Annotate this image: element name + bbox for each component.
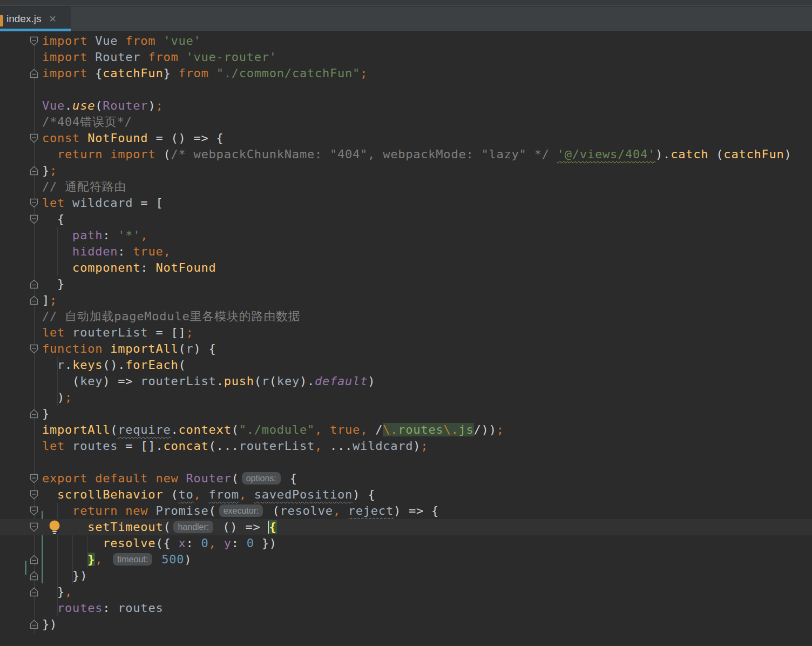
js-file-type-icon bbox=[0, 15, 3, 26]
code-text: }) bbox=[42, 568, 87, 584]
code-line: ); bbox=[0, 389, 812, 406]
gutter-cell bbox=[0, 600, 42, 616]
fold-marker-up[interactable] bbox=[30, 279, 38, 289]
code-token bbox=[201, 488, 209, 501]
code-line: Vue.use(Router); bbox=[0, 98, 812, 114]
fold-marker-up[interactable] bbox=[30, 166, 38, 176]
code-token: Router bbox=[103, 99, 148, 112]
code-token: ) bbox=[42, 391, 65, 404]
fold-marker-down[interactable] bbox=[30, 474, 38, 483]
parameter-hint: timeout: bbox=[113, 553, 152, 566]
code-line: return import (/* webpackChunkName: "404… bbox=[0, 146, 812, 163]
gutter-cell bbox=[0, 163, 42, 179]
code-token: ( bbox=[232, 472, 239, 485]
code-text: }, bbox=[42, 584, 72, 600]
ide-window: index.js ✕ import Vue from 'vue'import R… bbox=[0, 0, 812, 646]
code-token: routerList bbox=[72, 326, 148, 339]
code-token bbox=[42, 358, 57, 372]
gutter-cell bbox=[0, 616, 42, 632]
code-token: ) => { bbox=[394, 504, 439, 517]
code-text: ); bbox=[42, 389, 72, 406]
fold-marker-up[interactable] bbox=[30, 295, 38, 305]
code-token: }) bbox=[42, 617, 57, 631]
code-token: 'vue' bbox=[163, 34, 201, 48]
code-token: to bbox=[178, 488, 193, 501]
fold-marker-down[interactable] bbox=[30, 344, 38, 354]
code-token: , bbox=[95, 553, 103, 566]
fold-marker-up[interactable] bbox=[30, 587, 38, 597]
code-token: } bbox=[42, 585, 65, 598]
code-token bbox=[42, 147, 57, 161]
code-token bbox=[154, 553, 161, 566]
code-token: 500 bbox=[161, 553, 184, 566]
code-token: use bbox=[72, 99, 95, 112]
code-token: / bbox=[368, 423, 383, 436]
fold-marker-down[interactable] bbox=[30, 36, 38, 46]
code-line: } bbox=[0, 276, 812, 292]
code-text: } bbox=[42, 406, 50, 422]
code-token: ( bbox=[163, 488, 178, 501]
code-token: 'vue-router' bbox=[186, 50, 277, 64]
fold-marker-up[interactable] bbox=[30, 69, 38, 78]
code-token: wildcard bbox=[353, 439, 413, 453]
code-line: import {catchFun} from "./common/catchFu… bbox=[0, 65, 812, 82]
code-line bbox=[0, 82, 812, 98]
code-token bbox=[42, 228, 72, 242]
code-line: routes: routes bbox=[0, 600, 812, 616]
code-token: // 自动加载pageModule里各模块的路由数据 bbox=[42, 309, 300, 323]
code-text: import Vue from 'vue' bbox=[42, 33, 201, 49]
gutter-cell bbox=[0, 276, 42, 292]
parameter-hint: executor: bbox=[219, 504, 263, 517]
code-text: scrollBehavior (to, from, savedPosition)… bbox=[42, 487, 375, 503]
fold-marker-up[interactable] bbox=[30, 620, 38, 629]
fold-marker-down[interactable] bbox=[30, 506, 38, 516]
tab-close-icon[interactable]: ✕ bbox=[49, 14, 56, 25]
code-token: , bbox=[209, 536, 216, 550]
code-text: } bbox=[42, 276, 65, 292]
code-token: } bbox=[163, 66, 178, 80]
code-token: ( bbox=[42, 374, 80, 388]
code-token: { bbox=[42, 212, 65, 226]
code-line: export default new Router(options: { bbox=[0, 470, 812, 487]
gutter-cell bbox=[0, 503, 42, 519]
gutter-cell bbox=[0, 487, 42, 503]
fold-marker-up[interactable] bbox=[30, 571, 38, 581]
fold-marker-down[interactable] bbox=[30, 490, 38, 500]
code-line: }, bbox=[0, 584, 812, 600]
code-token: ; bbox=[65, 391, 72, 404]
code-token: = []. bbox=[118, 439, 163, 453]
code-token: catchFun bbox=[723, 147, 784, 161]
code-token: Vue bbox=[42, 99, 65, 112]
code-line: // 自动加载pageModule里各模块的路由数据 bbox=[0, 308, 812, 325]
gutter-cell bbox=[0, 325, 42, 341]
code-token: \. bbox=[383, 423, 398, 436]
code-text: return new Promise(executor: (resolve, r… bbox=[42, 503, 439, 519]
intention-bulb-icon[interactable] bbox=[48, 520, 62, 537]
code-token bbox=[42, 553, 87, 566]
fold-marker-down[interactable] bbox=[30, 198, 38, 208]
code-token: Router bbox=[95, 50, 148, 64]
fold-marker-down[interactable] bbox=[30, 214, 38, 224]
code-token: /*404错误页*/ bbox=[42, 115, 132, 129]
gutter-cell bbox=[0, 438, 42, 454]
code-token: forEach bbox=[125, 358, 178, 372]
code-token: const bbox=[42, 131, 87, 145]
code-token: keys bbox=[72, 358, 103, 372]
code-text: }, timeout: 500) bbox=[42, 551, 192, 568]
code-token: ( bbox=[95, 99, 103, 112]
code-token: , bbox=[333, 504, 341, 517]
code-token bbox=[103, 553, 110, 566]
code-editor[interactable]: import Vue from 'vue'import Router from … bbox=[0, 31, 812, 646]
gutter-cell bbox=[0, 341, 42, 357]
fold-marker-up[interactable] bbox=[30, 555, 38, 564]
fold-marker-up[interactable] bbox=[30, 409, 38, 419]
code-line: resolve({ x: 0, y: 0 }) bbox=[0, 535, 812, 551]
code-token: } bbox=[87, 553, 95, 566]
fold-marker-down[interactable] bbox=[30, 133, 38, 143]
code-text: // 通配符路由 bbox=[42, 179, 126, 195]
code-line: return new Promise(executor: (resolve, r… bbox=[0, 503, 812, 519]
fold-marker-down[interactable] bbox=[30, 522, 38, 532]
tab-index-js[interactable]: index.js ✕ bbox=[0, 6, 71, 31]
code-token: '*' bbox=[118, 228, 140, 242]
code-line: setTimeout(handler: () => { bbox=[0, 519, 812, 535]
